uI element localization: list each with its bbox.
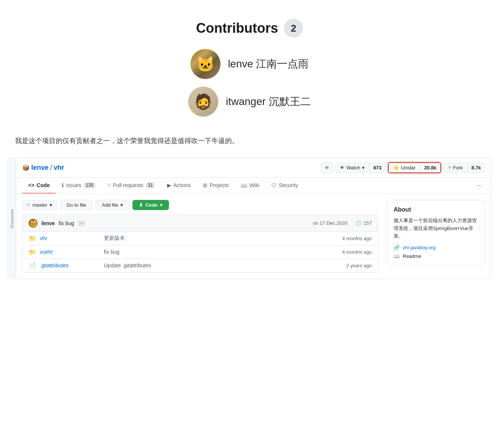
commit-date: on 17 Dec 2020 bbox=[313, 220, 348, 226]
commit-user[interactable]: lenve bbox=[41, 220, 55, 226]
contributor-item[interactable]: 🐱 lenve 江南一点雨 bbox=[190, 49, 309, 79]
repo-owner-link[interactable]: lenve bbox=[31, 164, 49, 172]
file-name[interactable]: vuehr bbox=[40, 249, 100, 255]
file-commit: Update .gitattributes bbox=[104, 262, 342, 268]
about-title: About bbox=[394, 206, 479, 213]
branch-icon: ⑂ bbox=[27, 202, 30, 208]
repo-actions: ✳ 👁 Watch ▾ 873 ⭐ bbox=[321, 162, 485, 174]
file-time: 2 years ago bbox=[346, 263, 372, 268]
commit-date-label: on 17 Dec 2020 bbox=[313, 220, 348, 226]
tab-wiki[interactable]: 📖 Wiki bbox=[235, 178, 265, 194]
file-table: 🐱 lenve fix bug ··· on 17 Dec 2020 🕐 157 bbox=[22, 215, 378, 273]
contributor-item[interactable]: 🧔 itwanger 沉默王二 bbox=[188, 87, 311, 117]
file-name[interactable]: vhr bbox=[40, 235, 100, 241]
branch-selector[interactable]: ⑂ master ▾ bbox=[22, 200, 57, 210]
watch-count[interactable]: 873 bbox=[370, 163, 385, 172]
unstar-button-group: ⭐ Unstar 20.8k bbox=[388, 162, 441, 173]
file-icon: 📄 bbox=[29, 262, 36, 269]
page-wrapper: Contributors 2 🐱 lenve 江南一点雨 🧔 itwanger … bbox=[0, 0, 499, 290]
star-count[interactable]: 20.8k bbox=[420, 163, 440, 172]
code-icon: <> bbox=[28, 182, 34, 188]
nav-more-button[interactable]: ··· bbox=[473, 178, 485, 192]
commit-more-button[interactable]: ··· bbox=[78, 221, 85, 226]
clock-icon: 🕐 bbox=[356, 220, 362, 226]
tab-actions[interactable]: ▶ Actions bbox=[161, 178, 197, 194]
file-name[interactable]: .gitattributes bbox=[40, 262, 100, 268]
chevron-down-icon: ▾ bbox=[160, 202, 163, 208]
goto-file-button[interactable]: Go to file bbox=[60, 200, 93, 210]
file-commit: fix bug bbox=[104, 249, 338, 255]
unstar-button[interactable]: ⭐ Unstar bbox=[389, 163, 420, 172]
link-icon: 🔗 bbox=[394, 245, 400, 250]
about-readme[interactable]: 📖 Readme bbox=[394, 253, 479, 259]
add-file-label: Add file bbox=[102, 202, 118, 208]
code-button[interactable]: ⬇ Code ▾ bbox=[132, 200, 169, 210]
file-row[interactable]: 📁 vuehr fix bug 4 months ago bbox=[23, 245, 378, 259]
branch-bar: ⑂ master ▾ Go to file Add file ▾ ⬇ Code bbox=[22, 200, 378, 210]
file-commit: 更新版本 bbox=[104, 235, 338, 242]
tab-actions-label: Actions bbox=[173, 182, 191, 188]
contributor-name: itwanger 沉默王二 bbox=[226, 94, 311, 109]
contributor-name: lenve 江南一点雨 bbox=[228, 57, 309, 71]
tab-security[interactable]: 🛡 Security bbox=[265, 178, 304, 194]
commit-message: fix bug bbox=[59, 220, 74, 226]
github-repo-ui: Octotree 📦 lenve / vhr ✳ 👁 bbox=[8, 158, 491, 279]
contributors-title: Contributors 2 bbox=[196, 19, 303, 38]
watch-label: Watch bbox=[347, 165, 360, 171]
tab-code-label: Code bbox=[37, 182, 50, 188]
about-description: 微人事是一个前后端分离的人力资源管理系统，项目采用SpringBoot+Vue开… bbox=[394, 217, 479, 240]
tab-projects[interactable]: ⊞ Projects bbox=[197, 178, 235, 194]
tab-pullrequests-label: Pull requests bbox=[113, 182, 143, 188]
code-button-label: Code bbox=[145, 202, 158, 208]
about-link-text: vhr.javaboy.org bbox=[403, 245, 435, 250]
tab-issues[interactable]: ℹ Issues 135 bbox=[56, 178, 102, 194]
repo-nav: <> Code ℹ Issues 135 ⑂ Pull requests 31 … bbox=[16, 178, 491, 194]
file-row[interactable]: 📄 .gitattributes Update .gitattributes 2… bbox=[23, 259, 378, 272]
watch-button[interactable]: 👁 Watch ▾ bbox=[335, 163, 369, 172]
eye-icon: 👁 bbox=[340, 165, 345, 171]
contributors-count: 2 bbox=[284, 19, 303, 38]
commit-header: 🐱 lenve fix bug ··· on 17 Dec 2020 🕐 157 bbox=[23, 215, 378, 232]
about-website-link[interactable]: 🔗 vhr.javaboy.org bbox=[394, 245, 479, 250]
tab-issues-label: Issues bbox=[66, 182, 81, 188]
branch-name: master bbox=[32, 202, 47, 208]
folder-icon: 📁 bbox=[29, 235, 36, 242]
repo-left: ⑂ master ▾ Go to file Add file ▾ ⬇ Code bbox=[22, 200, 378, 273]
fork-label: Fork bbox=[453, 165, 463, 171]
readme-label: Readme bbox=[403, 253, 421, 259]
commit-history[interactable]: 🕐 157 bbox=[356, 220, 372, 226]
file-time: 4 months ago bbox=[342, 236, 372, 241]
contributors-list: 🐱 lenve 江南一点雨 🧔 itwanger 沉默王二 bbox=[8, 49, 491, 117]
contributors-section: Contributors 2 🐱 lenve 江南一点雨 🧔 itwanger … bbox=[0, 8, 499, 124]
fork-button[interactable]: ⑂ Fork bbox=[444, 163, 467, 172]
avatar: 🧔 bbox=[188, 87, 218, 117]
folder-icon: 📁 bbox=[29, 248, 36, 256]
fork-count[interactable]: 8.7k bbox=[468, 163, 485, 172]
tab-wiki-label: Wiki bbox=[250, 182, 259, 188]
watch-button-group: 👁 Watch ▾ 873 bbox=[335, 163, 386, 173]
repo-content: 📦 lenve / vhr ✳ 👁 Watch ▾ bbox=[16, 158, 491, 279]
add-file-button[interactable]: Add file ▾ bbox=[96, 200, 129, 210]
pullrequest-icon: ⑂ bbox=[108, 182, 111, 188]
issues-icon: ℹ bbox=[62, 182, 64, 188]
file-row[interactable]: 📁 vhr 更新版本 4 months ago bbox=[23, 232, 378, 245]
projects-icon: ⊞ bbox=[203, 182, 207, 188]
octotree-label: Octotree bbox=[10, 209, 14, 228]
tab-code[interactable]: <> Code bbox=[22, 178, 56, 194]
contributors-heading: Contributors bbox=[196, 20, 278, 36]
avatar: 🐱 bbox=[190, 49, 221, 79]
tab-pull-requests[interactable]: ⑂ Pull requests 31 bbox=[102, 178, 161, 194]
book-icon: 📖 bbox=[394, 253, 400, 259]
repo-name-link[interactable]: vhr bbox=[54, 164, 64, 172]
download-icon: ⬇ bbox=[139, 202, 143, 208]
notification-button[interactable]: ✳ bbox=[321, 162, 333, 174]
tab-projects-label: Projects bbox=[210, 182, 229, 188]
wiki-icon: 📖 bbox=[241, 182, 247, 188]
octotree-sidebar[interactable]: Octotree bbox=[8, 158, 16, 279]
security-icon: 🛡 bbox=[271, 182, 277, 188]
actions-icon: ▶ bbox=[167, 182, 171, 188]
history-count: 157 bbox=[364, 220, 372, 226]
repo-main: ⑂ master ▾ Go to file Add file ▾ ⬇ Code bbox=[16, 194, 491, 279]
fork-button-group: ⑂ Fork 8.7k bbox=[443, 163, 485, 173]
star-icon: ⭐ bbox=[393, 165, 399, 171]
